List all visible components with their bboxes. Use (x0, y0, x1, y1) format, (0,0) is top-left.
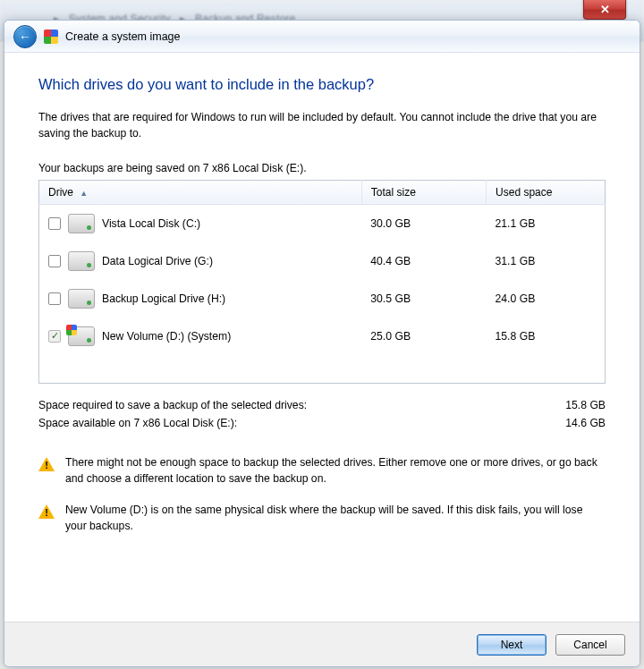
drive-icon (68, 326, 95, 346)
drive-total-size: 30.0 GB (361, 204, 486, 242)
col-total-size[interactable]: Total size (361, 180, 486, 204)
titlebar: ← Create a system image (4, 21, 640, 53)
warning-text: There might not be enough space to backu… (65, 455, 606, 487)
next-button[interactable]: Next (477, 634, 547, 656)
page-heading: Which drives do you want to include in t… (38, 76, 606, 93)
drive-checkbox[interactable] (48, 255, 61, 267)
drive-used-space: 31.1 GB (487, 242, 606, 280)
drive-name: Backup Logical Drive (H:) (102, 292, 225, 305)
drive-used-space: 21.1 GB (487, 204, 606, 242)
table-row[interactable]: Backup Logical Drive (H:)30.5 GB24.0 GB (39, 280, 606, 318)
col-drive[interactable]: Drive ▲ (39, 180, 362, 204)
space-required-value: 15.8 GB (565, 399, 606, 411)
drive-icon (68, 214, 95, 233)
col-used-space[interactable]: Used space (487, 180, 606, 204)
window-close-button[interactable]: ✕ (583, 0, 626, 20)
arrow-left-icon: ← (19, 30, 31, 44)
drive-total-size: 40.4 GB (361, 242, 486, 280)
space-available-value: 14.6 GB (565, 417, 606, 429)
wizard-footer: Next Cancel (4, 622, 640, 666)
drive-icon (68, 251, 95, 271)
drive-total-size: 30.5 GB (361, 280, 486, 318)
space-summary: Space required to save a backup of the s… (38, 396, 606, 432)
drive-name: Data Logical Drive (G:) (102, 255, 213, 267)
space-required-label: Space required to save a backup of the s… (38, 399, 307, 411)
space-available-label: Space available on 7 x86 Local Disk (E:)… (38, 417, 237, 429)
drive-checkbox[interactable] (48, 292, 61, 305)
table-row[interactable]: New Volume (D:) (System)25.0 GB15.8 GB (39, 318, 606, 355)
drive-name: Vista Local Disk (C:) (102, 217, 200, 230)
warning-row: There might not be enough space to backu… (38, 455, 606, 487)
drive-checkbox (48, 330, 61, 343)
warnings-area: There might not be enough space to backu… (38, 455, 606, 535)
backup-location-line: Your backups are being saved on 7 x86 Lo… (38, 162, 606, 174)
warning-text: New Volume (D:) is on the same physical … (65, 503, 606, 534)
drive-total-size: 25.0 GB (361, 318, 486, 355)
drive-icon (68, 289, 95, 309)
warning-icon (38, 457, 55, 471)
table-row[interactable]: Data Logical Drive (G:)40.4 GB31.1 GB (39, 242, 606, 280)
drive-checkbox[interactable] (48, 217, 61, 230)
warning-row: New Volume (D:) is on the same physical … (38, 503, 606, 534)
page-description: The drives that are required for Windows… (38, 109, 606, 142)
window-title: Create a system image (65, 30, 181, 43)
windows-flag-icon (44, 30, 58, 44)
drives-table: Drive ▲ Total size Used space Vista Loca… (38, 180, 606, 385)
warning-icon (38, 504, 55, 519)
wizard-dialog: ← Create a system image Which drives do … (4, 20, 640, 667)
drive-name: New Volume (D:) (System) (102, 330, 231, 343)
table-row[interactable]: Vista Local Disk (C:)30.0 GB21.1 GB (39, 204, 606, 242)
cancel-button[interactable]: Cancel (555, 634, 625, 656)
wizard-content: Which drives do you want to include in t… (4, 53, 640, 622)
back-button[interactable]: ← (13, 25, 37, 48)
close-icon: ✕ (600, 3, 610, 16)
drive-used-space: 24.0 GB (487, 280, 606, 318)
drive-used-space: 15.8 GB (487, 318, 606, 355)
sort-indicator-icon: ▲ (80, 189, 88, 198)
